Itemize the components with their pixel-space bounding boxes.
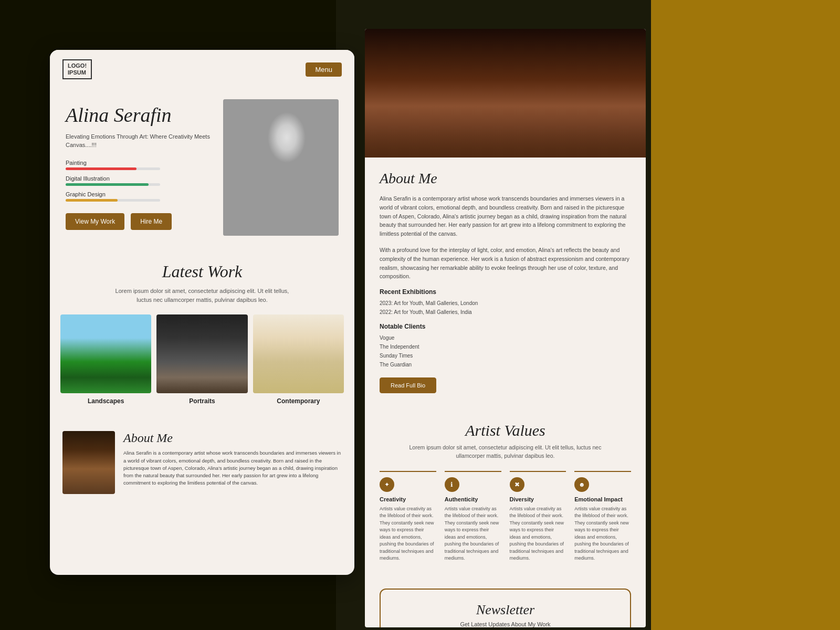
authenticity-divider (445, 471, 501, 472)
newsletter-title: Newsletter (393, 602, 617, 618)
creativity-title: Creativity (380, 496, 436, 502)
notable-clients: Notable Clients Vogue The Independent Su… (380, 323, 631, 369)
contemporary-image (253, 314, 344, 393)
artist-values-section: Artist Values Lorem ipsum dolor sit amet… (365, 406, 646, 578)
skill-illustration-label: Digital Illustration (66, 175, 213, 182)
skill-illustration: Digital Illustration (66, 175, 213, 186)
diversity-icon: ✖ (510, 477, 524, 492)
right-hero-image (365, 29, 646, 158)
work-card-contemporary: Contemporary (253, 314, 344, 405)
skill-painting: Painting (66, 160, 213, 170)
about-right-section: About Me Alina Serafin is a contemporary… (365, 158, 646, 406)
view-my-work-button[interactable]: View My Work (66, 213, 124, 230)
right-hero-overlay (365, 126, 646, 158)
menu-button[interactable]: Menu (306, 62, 342, 77)
newsletter-section: Newsletter Get Latest Updates About My W… (380, 589, 631, 627)
portraits-image (156, 314, 247, 393)
hero-section: Alina Serafin Elevating Emotions Through… (50, 89, 354, 246)
logo: LOGO! IPSUM (62, 59, 92, 79)
values-grid: ✦ Creativity Artists value creativity as… (380, 471, 631, 562)
website-left-mockup: LOGO! IPSUM Menu Alina Serafin Elevating… (50, 50, 354, 575)
artist-name: Alina Serafin (66, 104, 213, 127)
about-right-para2: With a profound love for the interplay o… (380, 246, 631, 281)
skill-painting-bar (66, 167, 136, 170)
value-card-creativity: ✦ Creativity Artists value creativity as… (380, 471, 436, 562)
exhibition-2022: 2022: Art for Youth, Mall Galleries, Ind… (380, 308, 631, 317)
emotional-impact-divider (574, 471, 631, 472)
skill-graphic-design: Graphic Design (66, 191, 213, 202)
about-right-title: About Me (380, 170, 631, 187)
creativity-divider (380, 471, 436, 472)
recent-exhibitions: Recent Exhibitions 2023: Art for Youth, … (380, 288, 631, 317)
exhibition-2023: 2023: Art for Youth, Mall Galleries, Lon… (380, 299, 631, 308)
authenticity-text: Artists value creativity as the lifebloo… (445, 506, 501, 562)
hero-portrait-img-inner (223, 99, 339, 236)
diversity-title: Diversity (510, 496, 566, 502)
hero-left: Alina Serafin Elevating Emotions Through… (66, 99, 213, 230)
latest-work-subtitle: Lorem ipsum dolor sit amet, consectetur … (113, 287, 291, 304)
hire-me-button[interactable]: Hire Me (131, 213, 172, 230)
value-card-diversity: ✖ Diversity Artists value creativity as … (510, 471, 566, 562)
authenticity-title: Authenticity (445, 496, 501, 502)
emotional-impact-title: Emotional Impact (574, 496, 631, 502)
website-right-panel: About Me Alina Serafin is a contemporary… (365, 29, 646, 627)
artist-values-subtitle: Lorem ipsum dolor sit amet, consectetur … (406, 444, 605, 460)
value-card-emotional-impact: ☻ Emotional Impact Artists value creativ… (574, 471, 631, 562)
client-sunday-times: Sunday Times (380, 351, 631, 360)
creativity-text: Artists value creativity as the lifebloo… (380, 506, 436, 562)
work-card-portraits: Portraits (156, 314, 247, 405)
about-text: Alina Serafin is a contemporary artist w… (123, 449, 342, 487)
landscapes-label: Landscapes (60, 397, 151, 405)
client-guardian: The Guardian (380, 360, 631, 369)
artist-values-title: Artist Values (380, 422, 631, 439)
hero-portrait-image (223, 99, 339, 236)
skill-illustration-bar (66, 183, 149, 186)
client-vogue: Vogue (380, 333, 631, 342)
diversity-divider (510, 471, 566, 472)
skill-painting-bar-bg (66, 167, 160, 170)
about-preview-section: About Me Alina Serafin is a contemporary… (50, 421, 354, 505)
navbar: LOGO! IPSUM Menu (50, 50, 354, 89)
about-content: About Me Alina Serafin is a contemporary… (123, 431, 342, 494)
authenticity-icon: ℹ (445, 477, 459, 492)
clients-title: Notable Clients (380, 323, 631, 330)
landscapes-image (60, 314, 151, 393)
contemporary-label: Contemporary (253, 397, 344, 405)
value-card-authenticity: ℹ Authenticity Artists value creativity … (445, 471, 501, 562)
tagline: Elevating Emotions Through Art: Where Cr… (66, 133, 213, 149)
read-full-bio-button[interactable]: Read Full Bio (380, 377, 436, 393)
skill-graphic-design-label: Graphic Design (66, 191, 213, 197)
skill-graphic-design-bar (66, 199, 118, 202)
hero-buttons: View My Work Hire Me (66, 213, 213, 230)
newsletter-subtitle: Get Latest Updates About My Work (393, 621, 617, 627)
diversity-text: Artists value creativity as the lifebloo… (510, 506, 566, 562)
about-small-image (62, 431, 115, 494)
latest-work-section: Latest Work Lorem ipsum dolor sit amet, … (50, 246, 354, 421)
latest-work-title: Latest Work (60, 262, 344, 281)
emotional-impact-text: Artists value creativity as the lifebloo… (574, 506, 631, 562)
creativity-icon: ✦ (380, 477, 394, 492)
bg-right-panel (651, 0, 840, 630)
client-independent: The Independent (380, 342, 631, 351)
skill-painting-label: Painting (66, 160, 213, 166)
work-grid: Landscapes Portraits Contemporary (60, 314, 344, 405)
work-card-landscapes: Landscapes (60, 314, 151, 405)
exhibitions-title: Recent Exhibitions (380, 288, 631, 296)
about-right-para1: Alina Serafin is a contemporary artist w… (380, 194, 631, 238)
emotional-impact-icon: ☻ (574, 477, 589, 492)
portraits-label: Portraits (156, 397, 247, 405)
about-title: About Me (123, 431, 342, 445)
skill-graphic-design-bar-bg (66, 199, 160, 202)
skill-illustration-bar-bg (66, 183, 160, 186)
